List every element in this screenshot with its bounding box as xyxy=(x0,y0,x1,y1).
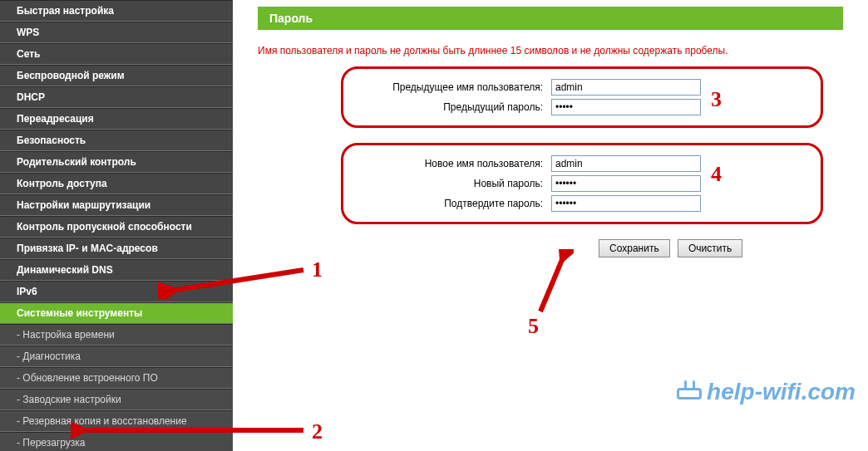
new-user-label: Новое имя пользователя: xyxy=(352,158,551,169)
new-pass-label: Новый пароль: xyxy=(352,178,551,189)
clear-button[interactable]: Очистить xyxy=(678,239,742,257)
nav-quick-setup[interactable]: Быстрая настройка xyxy=(0,0,233,22)
nav-dhcp[interactable]: DHCP xyxy=(0,86,233,108)
nav-forwarding[interactable]: Переадресация xyxy=(0,108,233,130)
old-user-label: Предыдущее имя пользователя: xyxy=(352,81,551,93)
nav-ddns[interactable]: Динамический DNS xyxy=(0,259,233,281)
nav-wireless[interactable]: Беспроводной режим xyxy=(0,65,233,86)
watermark-text: help-wifi.com xyxy=(707,379,856,404)
nav-ip-mac[interactable]: Привязка IP- и MAC-адресов xyxy=(0,238,233,259)
annotation-2: 2 xyxy=(312,419,323,444)
nav-security[interactable]: Безопасность xyxy=(0,130,233,151)
nav-ipv6[interactable]: IPv6 xyxy=(0,281,233,302)
confirm-pass-input[interactable] xyxy=(551,195,701,212)
subnav-reboot[interactable]: - Перезагрузка xyxy=(0,432,233,451)
nav-routing[interactable]: Настройки маршрутизации xyxy=(0,194,233,216)
new-user-input[interactable] xyxy=(551,155,701,172)
router-icon xyxy=(677,388,702,400)
confirm-pass-label: Подтвердите пароль: xyxy=(352,198,551,209)
old-pass-label: Предыдущий пароль: xyxy=(352,101,551,113)
new-credentials-group: Новое имя пользователя: Новый пароль: По… xyxy=(341,143,823,224)
warning-text: Имя пользователя и пароль не должны быть… xyxy=(258,45,843,56)
old-credentials-group: Предыдущее имя пользователя: Предыдущий … xyxy=(341,66,823,128)
nav-system-tools[interactable]: Системные инструменты xyxy=(0,302,233,324)
annotation-1: 1 xyxy=(312,257,323,282)
subnav-backup[interactable]: - Резервная копия и восстановление xyxy=(0,410,233,432)
subnav-diagnostics[interactable]: - Диагностика xyxy=(0,346,233,367)
new-pass-input[interactable] xyxy=(551,175,701,192)
subnav-factory[interactable]: - Заводские настройки xyxy=(0,389,233,410)
old-user-input[interactable] xyxy=(551,79,701,96)
nav-parental[interactable]: Родительский контроль xyxy=(0,151,233,173)
subnav-time[interactable]: - Настройка времени xyxy=(0,324,233,346)
sidebar: Быстрая настройка WPS Сеть Беспроводной … xyxy=(0,0,233,451)
nav-wps[interactable]: WPS xyxy=(0,22,233,43)
button-row: Сохранить Очистить xyxy=(599,239,868,257)
subnav-firmware[interactable]: - Обновление встроенного ПО xyxy=(0,367,233,389)
annotation-5: 5 xyxy=(528,314,539,339)
annotation-3: 3 xyxy=(711,87,722,112)
watermark: help-wifi.com xyxy=(677,379,856,405)
save-button[interactable]: Сохранить xyxy=(599,239,670,257)
nav-bandwidth[interactable]: Контроль пропускной способности xyxy=(0,216,233,238)
annotation-4: 4 xyxy=(711,162,722,187)
old-pass-input[interactable] xyxy=(551,99,701,115)
nav-access-control[interactable]: Контроль доступа xyxy=(0,173,233,194)
nav-network[interactable]: Сеть xyxy=(0,43,233,65)
page-title: Пароль xyxy=(258,7,843,30)
